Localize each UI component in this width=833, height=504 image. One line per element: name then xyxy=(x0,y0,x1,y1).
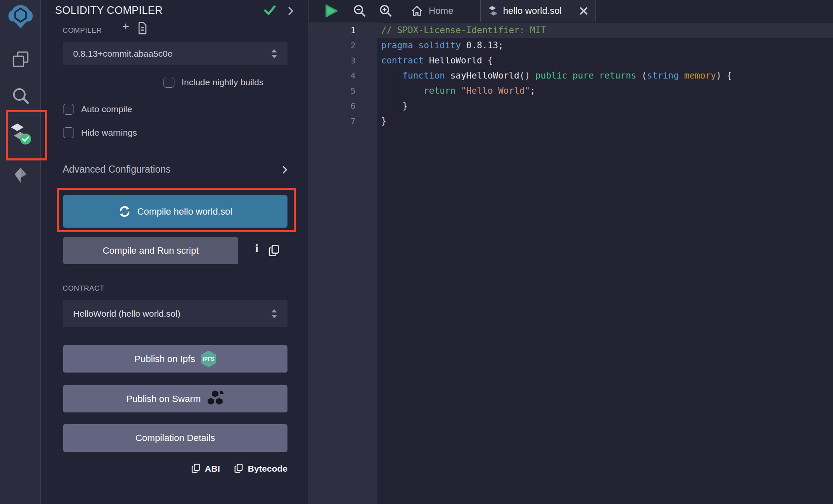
code-line[interactable]: 2pragma solidity 0.8.13; xyxy=(309,38,833,53)
hide-warnings-label: Hide warnings xyxy=(81,128,137,138)
solidity-compiler-panel: SOLIDITY COMPILER COMPILER + 0.8.13+comm… xyxy=(41,0,309,504)
tab-active-label: hello world.sol xyxy=(503,5,561,16)
copy-icon xyxy=(234,463,243,474)
code-line[interactable]: 4 function sayHelloWorld() public pure r… xyxy=(309,68,833,83)
contract-select-value: HelloWorld (hello world.sol) xyxy=(73,309,180,319)
contract-select[interactable]: HelloWorld (hello world.sol) xyxy=(63,300,287,327)
code-line[interactable]: 5 return "Hello World"; xyxy=(309,83,833,98)
zoom-out-button[interactable] xyxy=(353,0,366,22)
compile-and-run-label: Compile and Run script xyxy=(103,245,199,256)
remix-logo[interactable] xyxy=(0,3,41,29)
solidity-compiler-button[interactable] xyxy=(0,123,41,145)
publish-swarm-button[interactable]: Publish on Swarm xyxy=(63,385,287,412)
line-content: // SPDX-License-Identifier: MIT xyxy=(377,23,546,38)
panel-title: SOLIDITY COMPILER xyxy=(55,4,163,16)
editor-code-rows: 1// SPDX-License-Identifier: MIT2pragma … xyxy=(309,23,833,129)
zoom-out-icon xyxy=(353,4,366,18)
line-content: } xyxy=(377,98,408,113)
panel-expand-chevron-icon[interactable] xyxy=(286,5,296,18)
tab-home[interactable]: Home xyxy=(405,0,459,22)
include-nightly-checkbox[interactable] xyxy=(163,77,174,88)
add-compiler-icon[interactable]: + xyxy=(122,21,129,32)
file-explorer-button[interactable] xyxy=(0,50,41,69)
publish-ipfs-label: Publish on Ipfs xyxy=(134,354,195,365)
line-number: 4 xyxy=(309,68,377,83)
compilation-details-label: Compilation Details xyxy=(135,433,215,444)
deploy-run-button[interactable] xyxy=(0,165,41,185)
compile-button[interactable]: Compile hello world.sol xyxy=(63,195,287,228)
search-button[interactable] xyxy=(0,87,41,105)
code-line[interactable]: 7} xyxy=(309,113,833,129)
zoom-in-icon xyxy=(379,4,393,18)
code-editor: Home hello world.sol 1// SPDX-License-Id… xyxy=(309,0,833,504)
indent-guide xyxy=(399,69,399,113)
solidity-compiler-icon xyxy=(10,123,32,145)
code-line[interactable]: 6 } xyxy=(309,98,833,113)
tab-hello-world-sol[interactable]: hello world.sol xyxy=(480,0,596,22)
copy-bytecode-button[interactable]: Bytecode xyxy=(234,463,287,474)
deploy-run-icon xyxy=(11,165,31,185)
home-icon xyxy=(411,5,423,17)
abi-bytecode-row: ABI Bytecode xyxy=(63,463,287,474)
select-spinner-icon xyxy=(271,48,277,59)
compiler-version-value: 0.8.13+commit.abaa5c0e xyxy=(73,49,172,59)
search-icon xyxy=(11,87,30,105)
copy-icon xyxy=(191,463,200,474)
bytecode-label: Bytecode xyxy=(248,464,287,474)
close-tab-icon[interactable] xyxy=(580,7,588,15)
auto-compile-label: Auto compile xyxy=(81,104,132,114)
include-nightly-checkbox-row[interactable]: Include nightly builds xyxy=(163,77,264,88)
hide-warnings-checkbox[interactable] xyxy=(63,127,74,138)
line-number: 1 xyxy=(309,23,377,38)
info-icon[interactable]: i xyxy=(250,242,263,255)
tab-home-label: Home xyxy=(429,5,453,16)
remix-ide-window: SOLIDITY COMPILER COMPILER + 0.8.13+comm… xyxy=(0,0,833,504)
compiler-version-select[interactable]: 0.8.13+commit.abaa5c0e xyxy=(63,42,287,65)
compile-refresh-icon xyxy=(118,205,131,218)
line-number: 3 xyxy=(309,53,377,68)
files-icon xyxy=(11,50,30,69)
line-number: 2 xyxy=(309,38,377,53)
copy-run-script-icon[interactable] xyxy=(268,244,280,259)
line-content: contract HelloWorld { xyxy=(377,53,493,68)
remix-logo-icon xyxy=(8,3,34,29)
copy-abi-button[interactable]: ABI xyxy=(191,463,220,474)
icon-sidebar xyxy=(0,0,41,504)
compiler-doc-icon[interactable] xyxy=(137,22,148,36)
line-number: 6 xyxy=(309,98,377,113)
hide-warnings-checkbox-row[interactable]: Hide warnings xyxy=(63,127,137,138)
line-number: 7 xyxy=(309,113,377,129)
compiler-section-label: COMPILER xyxy=(63,26,102,35)
compile-button-label: Compile hello world.sol xyxy=(137,206,232,217)
editor-tabbar: Home hello world.sol xyxy=(309,0,833,22)
publish-swarm-label: Publish on Swarm xyxy=(126,394,200,404)
zoom-in-button[interactable] xyxy=(379,0,393,22)
code-line[interactable]: 1// SPDX-License-Identifier: MIT xyxy=(309,23,833,38)
code-line[interactable]: 3contract HelloWorld { xyxy=(309,53,833,68)
compile-and-run-button[interactable]: Compile and Run script xyxy=(63,237,238,264)
auto-compile-checkbox[interactable] xyxy=(63,104,74,115)
editor-body-container[interactable]: 1// SPDX-License-Identifier: MIT2pragma … xyxy=(309,22,833,504)
chevron-right-icon xyxy=(280,165,290,175)
swarm-icon xyxy=(207,391,224,407)
publish-ipfs-button[interactable]: Publish on Ipfs IPFS xyxy=(63,345,287,373)
line-content: return "Hello World"; xyxy=(377,83,535,98)
select-spinner-icon xyxy=(271,308,277,319)
include-nightly-label: Include nightly builds xyxy=(182,77,264,87)
auto-compile-checkbox-row[interactable]: Auto compile xyxy=(63,104,132,115)
advanced-configurations-label: Advanced Configurations xyxy=(63,164,171,175)
contract-section-label: CONTRACT xyxy=(63,284,104,293)
line-content: function sayHelloWorld() public pure ret… xyxy=(377,68,732,83)
compile-success-check-icon xyxy=(263,4,277,18)
line-number: 5 xyxy=(309,83,377,98)
abi-label: ABI xyxy=(205,464,220,474)
play-icon xyxy=(324,4,339,18)
advanced-configurations-toggle[interactable]: Advanced Configurations xyxy=(63,164,290,175)
ipfs-icon: IPFS xyxy=(201,351,216,368)
line-content: pragma solidity 0.8.13; xyxy=(377,38,503,53)
solidity-file-icon xyxy=(488,5,498,16)
line-content: } xyxy=(377,113,387,129)
compilation-details-button[interactable]: Compilation Details xyxy=(63,424,287,452)
run-script-button[interactable] xyxy=(324,0,339,22)
